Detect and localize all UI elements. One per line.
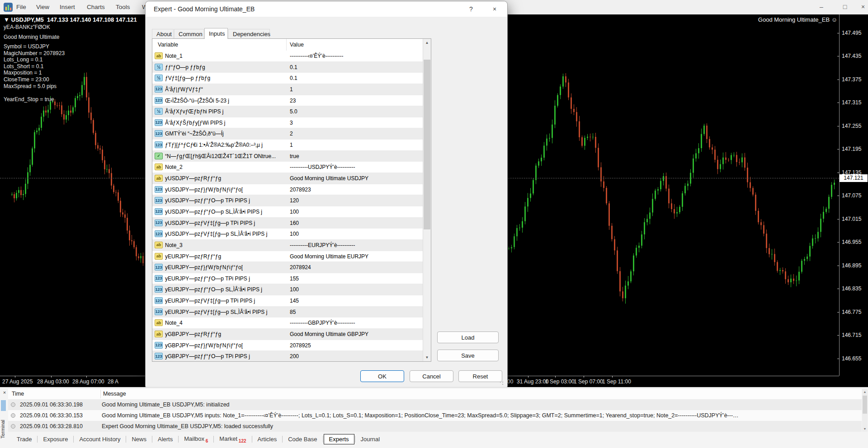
variable-value[interactable]: 120 <box>290 195 299 206</box>
value-column-header[interactable]: Value <box>290 39 304 51</box>
menu-item-file[interactable]: File <box>16 0 26 14</box>
input-row[interactable]: ½Å‘åƒXƒvƒŒƒbƒhi PIPS j5.0 <box>152 106 423 117</box>
variable-value[interactable]: Good Morning Ultimate GBPJPY <box>290 329 368 340</box>
variable-value[interactable]: 2078924 <box>290 262 311 273</box>
terminal-tab-experts[interactable]: Experts <box>324 434 354 444</box>
close-button[interactable]: × <box>855 0 868 14</box>
log-row[interactable]: 2025.09.01 06:33:30.198Good Morning Ulti… <box>8 399 862 410</box>
scroll-up-icon[interactable]: ▲ <box>423 39 431 47</box>
input-row[interactable]: 123yUSDJPY—pzƒƒ“ƒO—p SL‚ÌÅ‘å•i PIPS j100 <box>152 206 423 218</box>
scroll-down-icon[interactable]: ▼ <box>862 426 868 432</box>
input-row[interactable]: 123yEURJPY—pzƒVƒ‡[ƒg—p SL‚ÌÅ‘å•i PIPS j8… <box>152 307 423 318</box>
input-row[interactable]: 123Œ‹ÏŽžŠÔ-“ú–{ŽžŠÔi 5-23 j23 <box>152 95 423 107</box>
ok-button[interactable]: OK <box>360 370 404 382</box>
terminal-tab-market[interactable]: Market 122 <box>214 434 251 445</box>
variable-value[interactable]: Good Morning Ultimate USDJPY <box>290 173 368 184</box>
input-row[interactable]: ½ƒƒ“ƒO—p ƒƒbƒg0.1 <box>152 62 423 73</box>
input-row[interactable]: 123yEURJPY—pzƒVƒ‡[ƒg—p TPi PIPS j145 <box>152 295 423 307</box>
input-row[interactable]: 123yGBPJPY—pzƒ}ƒWƒbƒNƒiƒ“ƒo[2078925 <box>152 340 423 351</box>
input-row[interactable]: abNote_2----------USDJPYÝ’è---------- <box>152 162 423 173</box>
terminal-tab-code-base[interactable]: Code Base <box>283 434 322 444</box>
input-row[interactable]: 123ƒTƒ}[ƒ^ƒCƒ€i 1:•Ä’Ž®A2:‰p’Ž®A0:–³‚µ j… <box>152 140 423 151</box>
terminal-tab-news[interactable]: News <box>127 434 151 444</box>
input-row[interactable]: 123yUSDJPY—pzƒVƒ‡[ƒg—p TPi PIPS j160 <box>152 218 423 229</box>
terminal-scroll-indicator[interactable] <box>1 400 6 411</box>
terminal-column-divider[interactable] <box>100 390 101 398</box>
input-row[interactable]: 123yUSDJPY—pzƒVƒ‡[ƒg—p SL‚ÌÅ‘å•i PIPS j1… <box>152 229 423 240</box>
dialog-close-button[interactable]: × <box>486 1 504 17</box>
cancel-button[interactable]: Cancel <box>410 370 453 382</box>
variable-value[interactable]: 155 <box>290 273 299 284</box>
terminal-scrollbar[interactable]: ▲ ▼ <box>862 389 868 432</box>
input-row[interactable]: abNote_3----------EURJPYÝ’è---------- <box>152 240 423 251</box>
chart-symbol-ohlc[interactable]: ▼ USDJPY,M5 147.133 147.140 147.108 147.… <box>4 16 137 23</box>
save-button[interactable]: Save <box>437 350 499 361</box>
tab-about[interactable]: About <box>152 29 174 38</box>
collapse-icon[interactable]: ▼ <box>4 16 9 23</box>
input-row[interactable]: abyGBPJPY—pzƒRƒƒ“ƒgGood Morning Ultimate… <box>152 329 423 340</box>
ea-smiley-icon[interactable]: ☺ <box>831 16 837 23</box>
input-row[interactable]: 123yUSDJPY—pzƒ}ƒWƒbƒNƒiƒ“ƒo[2078923 <box>152 184 423 196</box>
menu-item-insert[interactable]: Insert <box>60 0 75 14</box>
menu-item-view[interactable]: View <box>36 0 49 14</box>
message-column-header[interactable]: Message <box>103 389 126 399</box>
dialog-help-button[interactable]: ? <box>462 1 480 17</box>
input-row[interactable]: abyUSDJPY—pzƒRƒƒ“ƒgGood Morning Ultimate… <box>152 173 423 184</box>
input-row[interactable]: 123yEURJPY—pzƒƒ“ƒO—p TPi PIPS j155 <box>152 273 423 285</box>
variable-value[interactable]: 145 <box>290 295 299 306</box>
scrollbar-thumb[interactable] <box>424 60 430 229</box>
terminal-tab-journal[interactable]: Journal <box>356 434 385 444</box>
variable-value[interactable]: 1 <box>290 84 293 95</box>
terminal-close-button[interactable]: × <box>1 389 8 396</box>
minimize-button[interactable]: – <box>814 0 829 14</box>
variable-column-header[interactable]: Variable <box>158 39 178 51</box>
scroll-down-icon[interactable]: ▼ <box>423 354 431 361</box>
input-row[interactable]: ½ƒVƒ‡[ƒg—p ƒƒbƒg0.1 <box>152 73 423 84</box>
menu-item-charts[interactable]: Charts <box>87 0 105 14</box>
variable-value[interactable]: 85 <box>290 307 296 317</box>
variable-value[interactable]: 100 <box>290 229 299 239</box>
terminal-tab-account-history[interactable]: Account History <box>74 434 125 444</box>
scroll-up-icon[interactable]: ▲ <box>862 389 868 395</box>
input-row[interactable]: 123Å‘åƒXƒŠƒbƒy[ƒWi PIPS j3 <box>152 117 423 129</box>
tab-common[interactable]: Common <box>174 29 204 38</box>
variable-value[interactable]: 100 <box>290 206 299 217</box>
time-column-header[interactable]: Time <box>12 389 24 399</box>
table-scrollbar[interactable]: ▲ ▼ <box>423 39 431 361</box>
terminal-tab-exposure[interactable]: Exposure <box>38 434 73 444</box>
log-row[interactable]: 2025.09.01 06:33:28.810Expert Good Morni… <box>8 421 862 432</box>
variable-value[interactable]: 2078923 <box>290 184 311 195</box>
restore-button[interactable]: □ <box>837 0 853 14</box>
variable-value[interactable]: 200 <box>290 351 299 362</box>
variable-value[interactable]: Good Morning Ultimate EURJPY <box>290 251 368 262</box>
variable-value[interactable]: 1 <box>290 140 293 150</box>
input-row[interactable]: abNote_1----------‹¤’ÊÝ’è---------- <box>152 51 423 62</box>
variable-value[interactable]: 2 <box>290 128 293 139</box>
log-row[interactable]: 2025.09.01 06:33:30.153Good Morning Ulti… <box>8 410 862 421</box>
variable-value[interactable]: 160 <box>290 218 299 229</box>
variable-value[interactable]: 2078925 <box>290 340 311 351</box>
input-row[interactable]: 123yEURJPY—pzƒ}ƒWƒbƒNƒiƒ“ƒo[2078924 <box>152 262 423 273</box>
input-row[interactable]: 123yUSDJPY—pzƒƒ“ƒO—p TPi PIPS j120 <box>152 195 423 206</box>
load-button[interactable]: Load <box>437 331 499 343</box>
resize-grip[interactable] <box>499 381 505 386</box>
tab-dependencies[interactable]: Dependencies <box>228 29 270 38</box>
variable-value[interactable]: ----------GBPJPYÝ’è---------- <box>290 317 355 328</box>
tab-inputs[interactable]: Inputs <box>204 28 228 39</box>
scrollbar-thumb[interactable] <box>863 396 867 414</box>
terminal-tab-trade[interactable]: Trade <box>12 434 37 444</box>
terminal-tab-mailbox[interactable]: Mailbox 6 <box>179 434 213 445</box>
reset-button[interactable]: Reset <box>458 370 502 382</box>
terminal-tab-articles[interactable]: Articles <box>253 434 282 444</box>
input-row[interactable]: 123Å‘åƒ|ƒWƒVƒ‡ƒ“1 <box>152 84 423 95</box>
terminal-tab-alerts[interactable]: Alerts <box>153 434 178 444</box>
input-row[interactable]: 123GMTÝ’èi “~ŽžŠÔ‚ð“ü—Íj2 <box>152 128 423 140</box>
variable-value[interactable]: ----------USDJPYÝ’è---------- <box>290 162 355 173</box>
input-row[interactable]: abyEURJPY—pzƒRƒƒ“ƒgGood Morning Ultimate… <box>152 251 423 262</box>
variable-value[interactable]: 5.0 <box>290 106 297 117</box>
input-row[interactable]: 123yGBPJPY—pzƒƒ“ƒO—p TPi PIPS j200 <box>152 351 423 362</box>
variable-value[interactable]: ----------EURJPYÝ’è---------- <box>290 240 355 251</box>
attached-ea-label[interactable]: Good Morning Ultimate_EB ☺ <box>758 16 837 23</box>
menu-item-tools[interactable]: Tools <box>116 0 130 14</box>
variable-value[interactable]: 100 <box>290 284 299 295</box>
